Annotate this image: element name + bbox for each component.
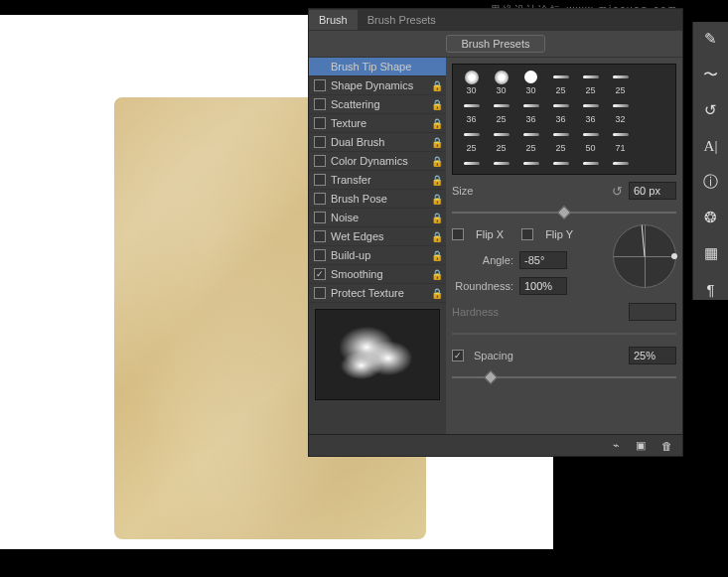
option-shape-dynamics[interactable]: Shape Dynamics🔒 [309, 76, 446, 95]
option-checkbox[interactable] [314, 230, 326, 242]
lock-icon[interactable]: 🔒 [431, 194, 441, 205]
option-checkbox[interactable] [314, 193, 326, 205]
option-checkbox[interactable] [314, 79, 326, 91]
option-label: Dual Brush [331, 136, 431, 148]
lock-icon[interactable]: 🔒 [431, 156, 441, 167]
brush-swatch[interactable]: 25 [487, 97, 515, 125]
option-texture[interactable]: Texture🔒 [309, 114, 446, 133]
lock-icon[interactable]: 🔒 [431, 250, 441, 261]
hardness-slider [452, 330, 676, 338]
brush-swatch[interactable]: 25 [576, 69, 605, 96]
roundness-input[interactable]: 100% [519, 277, 567, 295]
option-label: Color Dynamics [331, 155, 431, 167]
option-checkbox[interactable] [314, 136, 326, 148]
toggle-view-icon[interactable]: ⌁ [613, 439, 620, 452]
angle-input[interactable]: -85° [519, 251, 567, 269]
brush-swatch[interactable]: 30 [487, 69, 515, 96]
option-smoothing[interactable]: ✓Smoothing🔒 [309, 265, 446, 284]
brush-swatch[interactable]: 30 [457, 69, 486, 96]
brush-swatch-grid[interactable]: 3030302525253625363636322525252550712550… [452, 64, 676, 175]
option-checkbox[interactable]: ✓ [314, 268, 326, 280]
brush-tool-icon[interactable]: ✎ [702, 30, 720, 48]
option-brush-tip-shape[interactable]: Brush Tip Shape [309, 58, 446, 76]
brush-swatch[interactable]: 25 [606, 69, 635, 96]
option-dual-brush[interactable]: Dual Brush🔒 [309, 133, 446, 152]
option-label: Wet Edges [331, 230, 431, 242]
right-toolbar: ✎ 〜 ↺ A| ⓘ ❂ ▦ ¶ [692, 22, 728, 300]
option-checkbox[interactable] [314, 249, 326, 261]
brush-swatch[interactable]: 25 [546, 126, 575, 154]
brush-swatch[interactable]: 30 [516, 69, 545, 96]
option-checkbox[interactable] [314, 287, 326, 299]
brush-presets-button[interactable]: Brush Presets [446, 35, 544, 53]
brush-swatch[interactable]: 71 [606, 126, 635, 154]
option-noise[interactable]: Noise🔒 [309, 209, 446, 227]
angle-dial[interactable] [613, 224, 676, 288]
panel-tabs: Brush Brush Presets [309, 9, 682, 31]
option-label: Scattering [331, 98, 431, 110]
brush-swatch[interactable]: 50 [576, 126, 605, 154]
brush-swatch[interactable]: 25 [516, 126, 545, 154]
brush-stroke-preview [315, 309, 440, 400]
reset-size-icon[interactable]: ↺ [612, 184, 623, 199]
option-checkbox[interactable] [314, 98, 326, 110]
lock-icon[interactable]: 🔒 [431, 175, 441, 186]
trash-icon[interactable]: 🗑 [661, 440, 672, 452]
spacing-input[interactable]: 25% [629, 347, 676, 364]
lock-icon[interactable]: 🔒 [431, 269, 441, 280]
lock-icon[interactable]: 🔒 [431, 231, 441, 242]
brush-swatch[interactable]: 36 [576, 97, 605, 125]
spacing-slider[interactable] [452, 373, 676, 381]
info-tool-icon[interactable]: ⓘ [702, 173, 720, 191]
brush-swatch[interactable]: 32 [606, 97, 635, 125]
brush-swatch[interactable]: 36 [546, 97, 575, 125]
spacing-checkbox[interactable]: ✓ [452, 350, 464, 361]
tab-brush-presets[interactable]: Brush Presets [358, 10, 446, 30]
option-checkbox[interactable] [314, 212, 326, 223]
flip-x-checkbox[interactable] [452, 228, 464, 240]
type-tool-icon[interactable]: A| [702, 137, 720, 155]
flip-y-checkbox[interactable] [521, 228, 533, 240]
lock-icon[interactable]: 🔒 [431, 118, 441, 129]
option-brush-pose[interactable]: Brush Pose🔒 [309, 190, 446, 209]
adjust-tool-icon[interactable]: 〜 [702, 66, 720, 83]
option-label: Build-up [331, 249, 431, 261]
paragraph-tool-icon[interactable]: ¶ [702, 280, 720, 298]
brush-swatch[interactable]: 50 [516, 155, 545, 175]
lock-icon[interactable]: 🔒 [431, 137, 441, 148]
brush-swatch[interactable]: 50 [487, 155, 515, 175]
option-wet-edges[interactable]: Wet Edges🔒 [309, 227, 446, 246]
brush-swatch[interactable]: 36 [457, 97, 486, 125]
hardness-input [629, 303, 676, 321]
option-checkbox[interactable] [314, 117, 326, 129]
option-build-up[interactable]: Build-up🔒 [309, 246, 446, 265]
brush-swatch[interactable]: 50 [546, 155, 575, 175]
lock-icon[interactable]: 🔒 [431, 288, 441, 299]
size-slider[interactable] [452, 209, 676, 216]
swatches-tool-icon[interactable]: ❂ [702, 209, 720, 226]
brush-swatch[interactable]: 25 [457, 126, 486, 154]
history-tool-icon[interactable]: ↺ [702, 101, 720, 119]
brush-swatch[interactable]: 25 [457, 155, 486, 175]
brush-swatch[interactable]: 25 [546, 69, 575, 96]
option-scattering[interactable]: Scattering🔒 [309, 95, 446, 114]
option-checkbox[interactable] [314, 174, 326, 186]
option-label: Brush Pose [331, 193, 431, 205]
lock-icon[interactable]: 🔒 [431, 213, 441, 223]
option-transfer[interactable]: Transfer🔒 [309, 171, 446, 190]
option-protect-texture[interactable]: Protect Texture🔒 [309, 284, 446, 303]
lock-icon[interactable]: 🔒 [431, 99, 441, 110]
brush-swatch[interactable]: 36 [516, 97, 545, 125]
option-label: Transfer [331, 174, 431, 186]
brush-swatch[interactable]: 36 [606, 155, 635, 175]
size-input[interactable]: 60 px [629, 182, 676, 200]
brush-swatch[interactable]: 25 [487, 126, 515, 154]
grid-tool-icon[interactable]: ▦ [702, 244, 720, 262]
brush-swatch[interactable]: 50 [576, 155, 605, 175]
option-color-dynamics[interactable]: Color Dynamics🔒 [309, 152, 446, 171]
option-checkbox[interactable] [314, 155, 326, 167]
new-preset-icon[interactable]: ▣ [636, 439, 646, 452]
hardness-label: Hardness [452, 306, 623, 318]
lock-icon[interactable]: 🔒 [431, 80, 441, 91]
tab-brush[interactable]: Brush [309, 10, 358, 30]
